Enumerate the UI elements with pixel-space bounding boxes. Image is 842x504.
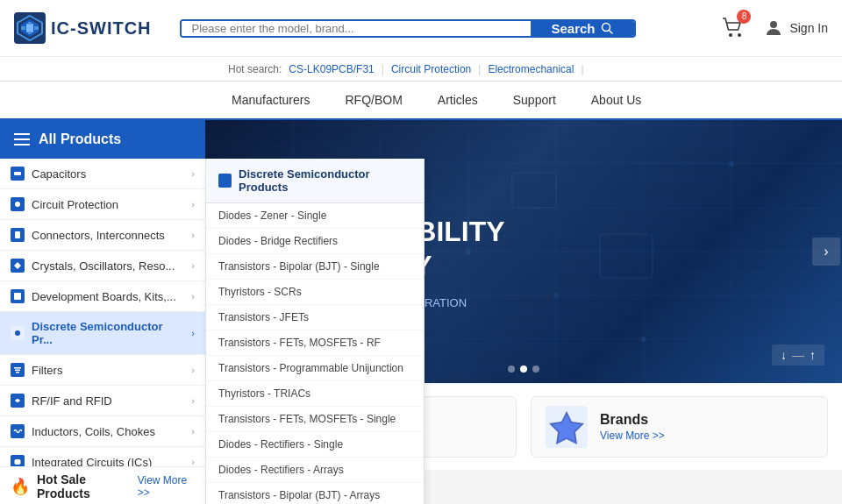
header-actions: 8 Sign In (721, 15, 828, 42)
arrow-discrete: › (191, 328, 195, 338)
sidebar-header: All Products (0, 120, 205, 159)
dropdown-item-7[interactable]: Thyristors - TRIACs (206, 381, 424, 407)
svg-point-45 (729, 161, 734, 167)
sidebar-item-discrete[interactable]: Discrete Semiconductor Pr... › (0, 312, 205, 355)
sidebar-list: Capacitors › Circuit Protection › Connec… (0, 159, 205, 504)
svg-rect-4 (28, 22, 32, 25)
nav-about-us[interactable]: About Us (588, 81, 646, 119)
signin-label: Sign In (789, 21, 828, 35)
arrow-circuit: › (191, 199, 195, 209)
svg-marker-16 (14, 262, 21, 269)
brands-content: Brands View More >> (600, 412, 665, 442)
sidebar-item-capacitors[interactable]: Capacitors › (0, 159, 205, 189)
sidebar-label-connectors: Connectors, Interconnects (32, 229, 184, 242)
dropdown-item-2[interactable]: Transistors - Bipolar (BJT) - Single (206, 254, 424, 280)
dropdown-item-9[interactable]: Diodes - Rectifiers - Single (206, 432, 424, 458)
search-button[interactable]: Search (531, 21, 634, 36)
arrow-filters: › (191, 365, 195, 375)
arrow-down-icon: ↓ (781, 348, 787, 362)
logo-icon (14, 12, 46, 44)
hot-sale-bar: 🔥 Hot Sale Products View More >> (0, 466, 205, 504)
sidebar-label-rfid: RF/IF and RFID (32, 394, 184, 408)
svg-rect-17 (14, 293, 21, 300)
svg-rect-47 (600, 234, 653, 278)
fire-icon: 🔥 (11, 477, 30, 496)
svg-rect-22 (15, 459, 20, 465)
sidebar-label-discrete: Discrete Semiconductor Pr... (32, 320, 184, 346)
hero-next-button[interactable]: › (812, 238, 840, 266)
svg-rect-19 (14, 367, 21, 369)
arrow-devboards: › (191, 291, 195, 302)
hot-search-link-3[interactable]: Electromechanical (488, 63, 574, 75)
dot-2[interactable] (532, 366, 539, 373)
brands-icon (546, 406, 588, 448)
svg-rect-7 (34, 26, 39, 30)
dropdown-item-11[interactable]: Transistors - Bipolar (BJT) - Arrays (206, 483, 424, 504)
brands-view-more[interactable]: View More >> (600, 429, 665, 442)
crystals-icon (11, 259, 25, 273)
hero-arrows: ↓ — ↑ (772, 344, 824, 366)
logo[interactable]: IC-SWITCH (14, 12, 152, 44)
dot-1[interactable] (520, 366, 527, 373)
search-icon (601, 22, 613, 34)
sidebar-item-inductors[interactable]: Inductors, Coils, Chokes › (0, 416, 205, 447)
dropdown-header: Discrete Semiconductor Products (206, 159, 424, 203)
sidebar-item-filters[interactable]: Filters › (0, 355, 205, 386)
dropdown-item-10[interactable]: Diodes - Rectifiers - Arrays (206, 458, 424, 483)
navbar: Manufacturers RFQ/BOM Articles Support A… (0, 82, 842, 120)
search-input[interactable] (182, 21, 531, 36)
main-content: All Products Capacitors › Circuit Protec… (0, 120, 842, 504)
svg-point-12 (770, 21, 777, 28)
search-label: Search (552, 21, 596, 36)
dropdown-item-5[interactable]: Transistors - FETs, MOSFETs - RF (206, 330, 424, 356)
dropdown-panel: Discrete Semiconductor Products Diodes -… (205, 159, 425, 504)
hero-dots (508, 366, 539, 373)
cart-button[interactable]: 8 (721, 15, 746, 42)
sidebar-item-circuit-protection[interactable]: Circuit Protection › (0, 189, 205, 220)
sidebar-label-filters: Filters (32, 364, 184, 377)
arrow-connectors: › (191, 230, 195, 240)
dropdown-item-0[interactable]: Diodes - Zener - Single (206, 203, 424, 229)
dropdown-item-6[interactable]: Transistors - Programmable Unijunction (206, 356, 424, 381)
sidebar-item-connectors[interactable]: Connectors, Interconnects › (0, 220, 205, 251)
svg-rect-46 (512, 173, 556, 208)
hot-search-bar: Hot search: CS-LK09PCB/F31 | Circuit Pro… (0, 56, 842, 81)
arrow-separator: — (792, 348, 804, 362)
nav-rfqbom[interactable]: RFQ/BOM (341, 81, 405, 119)
nav-manufacturers[interactable]: Manufacturers (228, 81, 313, 119)
dropdown-item-8[interactable]: Transistors - FETs, MOSFETs - Single (206, 407, 424, 432)
sidebar-label-inductors: Inductors, Coils, Chokes (32, 425, 184, 438)
dot-0[interactable] (508, 366, 515, 373)
brands-card[interactable]: Brands View More >> (531, 396, 828, 458)
svg-rect-5 (28, 32, 32, 34)
brands-title: Brands (600, 412, 665, 428)
sidebar-item-rfid[interactable]: RF/IF and RFID › (0, 386, 205, 416)
svg-rect-3 (26, 24, 33, 32)
dropdown-item-3[interactable]: Thyristors - SCRs (206, 280, 424, 305)
sidebar: All Products Capacitors › Circuit Protec… (0, 120, 205, 504)
hot-sale-view-more[interactable]: View More >> (138, 474, 195, 499)
discrete-icon (11, 326, 25, 340)
devboards-icon (11, 289, 25, 303)
signin-button[interactable]: Sign In (763, 18, 828, 39)
nav-support[interactable]: Support (510, 81, 560, 119)
connectors-icon (11, 228, 25, 242)
svg-rect-21 (16, 372, 19, 373)
arrow-inductors: › (191, 426, 195, 437)
hot-search-link-2[interactable]: Circuit Protection (391, 63, 471, 75)
user-icon (763, 18, 784, 39)
inductors-icon (11, 424, 25, 438)
svg-point-11 (738, 33, 741, 37)
search-bar: Search (180, 19, 636, 38)
svg-rect-6 (21, 26, 25, 30)
hot-search-link-1[interactable]: CS-LK09PCB/F31 (289, 63, 374, 75)
dropdown-cat-icon (218, 174, 232, 188)
dropdown-item-4[interactable]: Transistors - JFETs (206, 305, 424, 330)
arrow-crystals: › (191, 260, 195, 271)
sidebar-header-label: All Products (39, 131, 121, 147)
dropdown-item-1[interactable]: Diodes - Bridge Rectifiers (206, 229, 424, 254)
hamburger-icon (14, 133, 30, 146)
nav-articles[interactable]: Articles (434, 81, 482, 119)
sidebar-item-crystals[interactable]: Crystals, Oscillators, Reso... › (0, 251, 205, 281)
sidebar-item-dev-boards[interactable]: Development Boards, Kits,... › (0, 281, 205, 312)
